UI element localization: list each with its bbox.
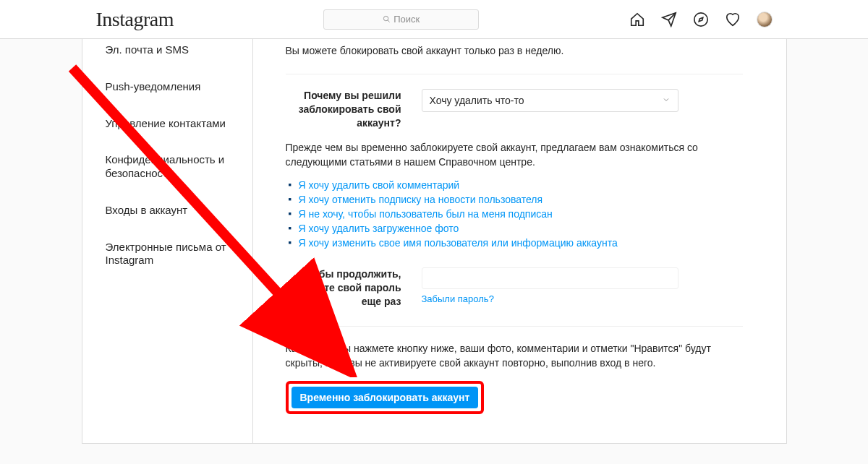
help-intro: Прежде чем вы временно заблокируете свой… <box>286 140 743 170</box>
settings-card: Эл. почта и SMS Push-уведомления Управле… <box>82 39 787 444</box>
sidebar-item-email-sms[interactable]: Эл. почта и SMS <box>82 39 252 69</box>
help-link-unfollow[interactable]: Я хочу отменить подписку на новости поль… <box>299 194 543 205</box>
divider <box>286 74 743 74</box>
svg-point-0 <box>384 16 388 20</box>
sidebar-item-login-activity[interactable]: Входы в аккаунт <box>82 192 252 229</box>
svg-point-3 <box>694 12 707 25</box>
sidebar-item-push[interactable]: Push-уведомления <box>82 69 252 106</box>
search-input[interactable]: Поиск <box>323 9 479 30</box>
password-label: Чтобы продолжить, введите свой пароль ещ… <box>286 267 401 309</box>
annotation-highlight: Временно заблокировать аккаунт <box>286 381 485 414</box>
weekly-limit-notice: Вы можете блокировать свой аккаунт тольк… <box>286 45 743 56</box>
help-link-item: Я хочу отменить подписку на новости поль… <box>289 194 743 205</box>
nav-icons <box>629 12 773 27</box>
reason-field: Хочу удалить что-то <box>422 89 743 112</box>
search-icon <box>383 15 391 23</box>
help-link-change-username[interactable]: Я хочу изменить свое имя пользователя ил… <box>299 237 618 249</box>
forgot-password-link[interactable]: Забыли пароль? <box>422 293 494 304</box>
reason-label: Почему вы решили заблокировать свой акка… <box>286 89 401 130</box>
sidebar-item-privacy[interactable]: Конфиденциальность и безопасность <box>82 142 252 192</box>
help-link-delete-comment[interactable]: Я хочу удалить свой комментарий <box>299 179 460 191</box>
chevron-down-icon <box>662 95 671 106</box>
sidebar-item-emails-from-ig[interactable]: Электронные письма от Instagram <box>82 229 252 280</box>
password-field-wrap: Забыли пароль? <box>422 267 743 304</box>
avatar[interactable] <box>757 12 773 27</box>
help-link-item: Я хочу удалить загруженное фото <box>289 223 743 234</box>
divider <box>286 326 743 327</box>
direct-icon[interactable] <box>661 12 677 27</box>
help-links-list: Я хочу удалить свой комментарий Я хочу о… <box>289 179 743 249</box>
reason-row: Почему вы решили заблокировать свой акка… <box>286 89 743 130</box>
search-placeholder: Поиск <box>393 14 420 25</box>
svg-line-1 <box>388 20 390 22</box>
settings-sidebar: Эл. почта и SMS Push-уведомления Управле… <box>82 39 253 443</box>
help-link-item: Я хочу удалить свой комментарий <box>289 179 743 191</box>
temporarily-disable-button[interactable]: Временно заблокировать аккаунт <box>292 387 479 408</box>
sidebar-item-contacts[interactable]: Управление контактами <box>82 106 252 142</box>
help-link-remove-follower[interactable]: Я не хочу, чтобы пользователь был на мен… <box>299 208 553 220</box>
instagram-logo[interactable]: Instagram <box>96 8 174 31</box>
reason-select[interactable]: Хочу удалить что-то <box>422 89 678 112</box>
final-notice: Как только вы нажмете кнопку ниже, ваши … <box>286 341 743 371</box>
home-icon[interactable] <box>629 12 645 27</box>
top-nav-inner: Instagram Поиск <box>82 8 787 31</box>
help-link-item: Я хочу изменить свое имя пользователя ил… <box>289 237 743 249</box>
help-link-item: Я не хочу, чтобы пользователь был на мен… <box>289 208 743 220</box>
svg-marker-4 <box>699 17 703 22</box>
content-panel: Вы можете блокировать свой аккаунт тольк… <box>253 39 786 443</box>
page: Эл. почта и SMS Push-уведомления Управле… <box>82 39 787 444</box>
reason-selected-value: Хочу удалить что-то <box>430 95 524 106</box>
top-nav: Instagram Поиск <box>0 0 868 39</box>
explore-icon[interactable] <box>693 12 709 27</box>
password-input[interactable] <box>422 267 678 289</box>
activity-icon[interactable] <box>725 12 741 27</box>
help-link-delete-photo[interactable]: Я хочу удалить загруженное фото <box>299 223 459 234</box>
password-row: Чтобы продолжить, введите свой пароль ещ… <box>286 267 743 309</box>
